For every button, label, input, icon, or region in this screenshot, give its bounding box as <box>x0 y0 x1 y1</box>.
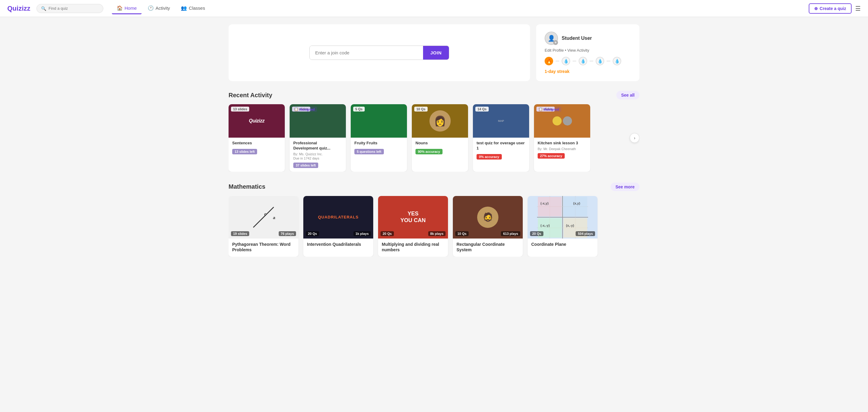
math-card-badges: 20 Qs 8k plays <box>380 231 445 236</box>
card-thumbnail: 14 Qs MAP <box>473 104 529 138</box>
streak-day-2: 💧 <box>562 57 570 65</box>
nav-link-activity[interactable]: 🕐 Activity <box>143 3 175 14</box>
activity-icon: 🕐 <box>148 5 154 11</box>
card-body: test quiz for overage user 1 0% accuracy <box>473 138 529 163</box>
recent-activity-section: Recent Activity See all 13 slides Quiziz… <box>228 91 640 172</box>
nav-links: 🏠 Home 🕐 Activity 👥 Classes <box>112 3 210 14</box>
recent-activity-header: Recent Activity See all <box>228 91 640 99</box>
math-card-badges: 10 Qs 613 plays <box>455 231 520 236</box>
card-thumbnail: 13 slides Quizizz <box>228 104 285 138</box>
list-item[interactable]: c a 19 slides 76 plays Pythagorean Theor… <box>228 196 299 257</box>
assigned-icon: 📋 <box>294 107 299 111</box>
math-card-body: Coordinate Plane <box>528 239 597 251</box>
math-card-plays-badge: 613 plays <box>501 231 520 236</box>
card-title: Nouns <box>415 141 464 146</box>
math-card-title: Coordinate Plane <box>531 242 594 247</box>
card-thumbnail: 10 Qs 👩 <box>412 104 468 138</box>
card-thumbnail: 37 slides 📋 Assigned <box>290 104 346 138</box>
streak-day-3: 💧 <box>579 57 587 65</box>
list-item[interactable]: 🧔 10 Qs 613 plays Rectangular Coordinate… <box>453 196 523 257</box>
math-card-slides-badge: 20 Qs <box>380 231 394 236</box>
card-thumbnail: 19 slides 📋 Assigned <box>534 104 590 138</box>
create-quiz-button[interactable]: ⊕ Create a quiz <box>809 3 851 14</box>
streak-connector-1 <box>556 61 559 61</box>
svg-text:(x,y): (x,y) <box>573 201 580 205</box>
logo-text: Quizizz <box>7 5 30 12</box>
streak-day-5: 💧 <box>613 57 621 65</box>
hero-row: JOIN 👤 + Student User Edit Profile • Vie… <box>228 24 640 81</box>
nav-activity-label: Activity <box>156 5 170 11</box>
nav-right: ⊕ Create a quiz ☰ <box>809 3 861 14</box>
list-item[interactable]: 37 slides 📋 Assigned Professional Develo… <box>290 104 346 172</box>
create-quiz-label: Create a quiz <box>820 6 846 11</box>
list-item[interactable]: 14 Qs MAP test quiz for overage user 1 0… <box>473 104 529 172</box>
see-all-button[interactable]: See all <box>616 91 640 99</box>
list-item[interactable]: 19 slides 📋 Assigned Kitchen sink lesson… <box>534 104 590 172</box>
math-card-plays-badge: 504 plays <box>576 231 595 236</box>
nav-link-home[interactable]: 🏠 Home <box>112 3 142 14</box>
card-badge: 14 Qs <box>475 107 489 112</box>
logo[interactable]: Quizizz <box>7 5 30 12</box>
see-more-button[interactable]: See more <box>611 183 640 191</box>
card-title: test quiz for overage user 1 <box>476 141 525 151</box>
list-item[interactable]: 13 slides Quizizz Sentences 13 slides le… <box>228 104 285 172</box>
join-button[interactable]: JOIN <box>423 46 449 60</box>
math-card-thumbnail: YESYOU CAN 20 Qs 8k plays <box>378 196 448 239</box>
list-item[interactable]: 10 Qs 👩 Nouns 90% accuracy <box>412 104 468 172</box>
mathematics-header: Mathematics See more <box>228 183 640 191</box>
classes-icon: 👥 <box>181 5 187 11</box>
list-item[interactable]: (x,y) (-x,y) (-x,-y) (x,-y) 20 Qs 504 pl… <box>528 196 597 257</box>
search-icon: 🔍 <box>41 6 46 11</box>
mathematics-section: Mathematics See more c a 19 slides 76 pl… <box>228 183 640 257</box>
card-badge: 13 slides <box>231 107 249 112</box>
streak-label: 1-day streak <box>545 69 569 74</box>
math-card-plays-badge: 8k plays <box>428 231 445 236</box>
streak-row: 🔥 💧 💧 💧 💧 <box>545 57 621 65</box>
card-badge: 5 Qs <box>353 107 365 112</box>
card-meta-due: Due in 1742 days <box>293 156 342 160</box>
profile-links: Edit Profile • View Activity <box>545 48 589 53</box>
math-card-thumbnail: 🧔 10 Qs 613 plays <box>453 196 523 239</box>
assigned-badge: 📋 Assigned <box>292 107 317 112</box>
svg-text:(-x,y): (-x,y) <box>540 201 549 205</box>
math-card-slides-badge: 20 Qs <box>530 231 544 236</box>
card-thumbnail: 5 Qs <box>351 104 407 138</box>
math-card-title: Rectangular Coordinate System <box>457 242 519 252</box>
list-item[interactable]: 5 Qs Fruity Fruits 5 questions left <box>351 104 407 172</box>
math-card-badges: 20 Qs 504 plays <box>530 231 595 236</box>
math-card-thumbnail: QUADRILATERALS 20 Qs 1k plays <box>303 196 373 239</box>
svg-text:(x,-y): (x,-y) <box>566 224 574 227</box>
create-plus-icon: ⊕ <box>814 6 818 11</box>
view-activity-link[interactable]: View Activity <box>567 48 589 53</box>
streak-day-4: 💧 <box>596 57 604 65</box>
card-meta-by: By: Mr. Deepak Cheenath <box>538 147 587 151</box>
math-card-title: Intervention Quadrilaterals <box>307 242 370 247</box>
svg-line-0 <box>253 207 274 227</box>
list-item[interactable]: YESYOU CAN 20 Qs 8k plays Multiplying an… <box>378 196 448 257</box>
menu-button[interactable]: ☰ <box>855 5 861 12</box>
card-title: Professional Development quiz... <box>293 141 342 151</box>
svg-text:(-x,-y): (-x,-y) <box>540 224 550 227</box>
math-card-badges: 20 Qs 1k plays <box>306 231 371 236</box>
avatar: 👤 + <box>545 32 558 45</box>
card-body: Fruity Fruits 5 questions left <box>351 138 407 158</box>
edit-profile-link[interactable]: Edit Profile <box>545 48 564 53</box>
card-badge: 10 Qs <box>414 107 428 112</box>
math-card-badges: 19 slides 76 plays <box>231 231 296 236</box>
join-code-input[interactable] <box>310 46 423 60</box>
list-item[interactable]: QUADRILATERALS 20 Qs 1k plays Interventi… <box>303 196 373 257</box>
navbar: Quizizz 🔍 🏠 Home 🕐 Activity 👥 Classes ⊕ … <box>0 0 868 17</box>
home-icon: 🏠 <box>117 5 123 11</box>
card-progress: 13 slides left <box>232 149 257 154</box>
recent-activity-cards: 13 slides Quizizz Sentences 13 slides le… <box>228 104 640 172</box>
search-input[interactable] <box>49 6 99 11</box>
profile-top: 👤 + Student User <box>545 32 592 45</box>
nav-link-classes[interactable]: 👥 Classes <box>176 3 210 14</box>
next-button[interactable]: › <box>630 133 640 143</box>
profile-name: Student User <box>562 36 592 41</box>
profile-card: 👤 + Student User Edit Profile • View Act… <box>536 24 640 81</box>
math-card-slides-badge: 10 Qs <box>455 231 469 236</box>
card-body: Nouns 90% accuracy <box>412 138 468 158</box>
math-card-body: Pythagorean Theorem: Word Problems <box>228 239 299 257</box>
card-progress: 90% accuracy <box>415 149 442 154</box>
